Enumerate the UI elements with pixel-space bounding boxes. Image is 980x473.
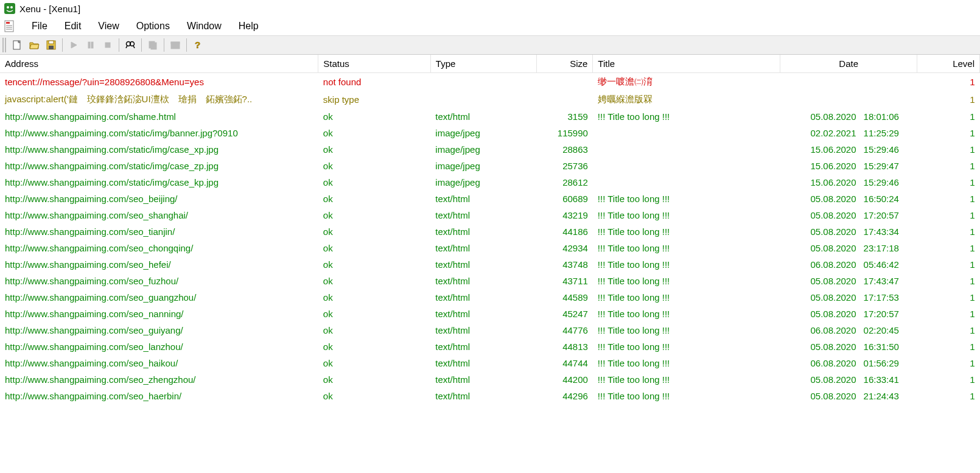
col-date[interactable]: Date bbox=[780, 55, 917, 73]
cell-date: 15.06.202015:29:46 bbox=[780, 141, 917, 158]
table-row[interactable]: http://www.shangpaiming.com/seo_haikou/o… bbox=[0, 355, 980, 371]
help-button[interactable]: ? bbox=[189, 37, 206, 53]
svg-rect-11 bbox=[49, 41, 54, 44]
save-button[interactable] bbox=[43, 37, 60, 53]
cell-type: text/html bbox=[430, 108, 536, 125]
cell-level: 1 bbox=[917, 388, 980, 404]
table-row[interactable]: http://www.shangpaiming.com/shame.htmlok… bbox=[0, 108, 980, 125]
app-icon bbox=[4, 2, 16, 15]
cell-status: ok bbox=[318, 306, 431, 322]
cell-level: 1 bbox=[917, 174, 980, 191]
stop-button[interactable] bbox=[99, 37, 116, 53]
svg-line-20 bbox=[133, 46, 135, 48]
cell-date: 05.08.202021:24:43 bbox=[780, 388, 917, 404]
cell-status: ok bbox=[318, 223, 431, 240]
table-row[interactable]: http://www.shangpaiming.com/seo_tianjin/… bbox=[0, 223, 980, 240]
cell-status: not found bbox=[318, 73, 431, 91]
cell-type bbox=[430, 91, 536, 108]
table-row[interactable]: http://www.shangpaiming.com/seo_zhengzho… bbox=[0, 371, 980, 388]
table-row[interactable]: http://www.shangpaiming.com/static/img/c… bbox=[0, 158, 980, 174]
col-title[interactable]: Title bbox=[593, 55, 780, 73]
table-row[interactable]: http://www.shangpaiming.com/seo_shanghai… bbox=[0, 207, 980, 223]
cell-size: 28612 bbox=[537, 174, 593, 191]
find-button[interactable] bbox=[122, 37, 139, 53]
table-row[interactable]: http://www.shangpaiming.com/seo_guiyang/… bbox=[0, 322, 980, 338]
cell-title bbox=[593, 125, 780, 141]
cell-type bbox=[430, 73, 536, 91]
col-level[interactable]: Level bbox=[917, 55, 980, 73]
cell-address: http://www.shangpaiming.com/seo_nanning/ bbox=[0, 306, 318, 322]
col-status[interactable]: Status bbox=[318, 55, 431, 73]
table-row[interactable]: http://www.shangpaiming.com/seo_nanning/… bbox=[0, 306, 980, 322]
separator bbox=[141, 38, 142, 52]
open-button[interactable] bbox=[26, 37, 43, 53]
cell-date: 05.08.202023:17:18 bbox=[780, 240, 917, 256]
cell-title: !!! Title too long !!! bbox=[593, 306, 780, 322]
table-row[interactable]: http://www.shangpaiming.com/seo_fuzhou/o… bbox=[0, 273, 980, 289]
cell-status: ok bbox=[318, 338, 431, 355]
col-size[interactable]: Size bbox=[537, 55, 593, 73]
play-button[interactable] bbox=[65, 37, 82, 53]
cell-level: 1 bbox=[917, 306, 980, 322]
table-row[interactable]: http://www.shangpaiming.com/static/img/c… bbox=[0, 174, 980, 191]
table-row[interactable]: http://www.shangpaiming.com/static/img/b… bbox=[0, 125, 980, 141]
cell-level: 1 bbox=[917, 371, 980, 388]
cell-title: !!! Title too long !!! bbox=[593, 108, 780, 125]
menu-edit[interactable]: Edit bbox=[56, 18, 90, 34]
cell-status: ok bbox=[318, 289, 431, 306]
separator bbox=[62, 38, 63, 52]
table-row[interactable]: http://www.shangpaiming.com/seo_chongqin… bbox=[0, 240, 980, 256]
column-headers[interactable]: Address Status Type Size Title Date Leve… bbox=[0, 55, 980, 73]
table-row[interactable]: http://www.shangpaiming.com/seo_lanzhou/… bbox=[0, 338, 980, 355]
menu-file[interactable]: File bbox=[23, 18, 56, 34]
cell-level: 1 bbox=[917, 141, 980, 158]
col-type[interactable]: Type bbox=[430, 55, 536, 73]
cell-title: !!! Title too long !!! bbox=[593, 322, 780, 338]
menu-view[interactable]: View bbox=[89, 18, 127, 34]
svg-line-19 bbox=[126, 46, 127, 48]
table-row[interactable]: javascript:alert('鏈 珓鎽鋒浛鉐淧UI澶栨 瑲捐 鉐嬪強鉐?.… bbox=[0, 91, 980, 108]
table-row[interactable]: http://www.shangpaiming.com/seo_hefei/ok… bbox=[0, 256, 980, 273]
cell-address: http://www.shangpaiming.com/seo_shanghai… bbox=[0, 207, 318, 223]
menu-options[interactable]: Options bbox=[128, 18, 178, 34]
cell-level: 1 bbox=[917, 322, 980, 338]
cell-type: image/jpeg bbox=[430, 174, 536, 191]
menu-help[interactable]: Help bbox=[230, 18, 267, 34]
cell-level: 1 bbox=[917, 338, 980, 355]
cell-level: 1 bbox=[917, 273, 980, 289]
cell-date: 06.08.202001:56:29 bbox=[780, 355, 917, 371]
table-row[interactable]: http://www.shangpaiming.com/seo_haerbin/… bbox=[0, 388, 980, 404]
cell-level: 1 bbox=[917, 256, 980, 273]
cell-size: 44776 bbox=[537, 322, 593, 338]
cell-level: 1 bbox=[917, 207, 980, 223]
copy-button[interactable] bbox=[144, 37, 161, 53]
results-table[interactable]: Address Status Type Size Title Date Leve… bbox=[0, 55, 980, 404]
svg-rect-0 bbox=[4, 3, 15, 14]
cell-status: ok bbox=[318, 273, 431, 289]
separator bbox=[119, 38, 119, 52]
table-row[interactable]: http://www.shangpaiming.com/static/img/c… bbox=[0, 141, 980, 158]
cell-type: image/jpeg bbox=[430, 125, 536, 141]
cell-size: 42934 bbox=[537, 240, 593, 256]
table-row[interactable]: http://www.shangpaiming.com/seo_guangzho… bbox=[0, 289, 980, 306]
cell-address: http://www.shangpaiming.com/static/img/c… bbox=[0, 174, 318, 191]
cell-status: ok bbox=[318, 108, 431, 125]
menu-window[interactable]: Window bbox=[178, 18, 230, 34]
cell-status: ok bbox=[318, 256, 431, 273]
cell-address: http://www.shangpaiming.com/seo_hefei/ bbox=[0, 256, 318, 273]
col-address[interactable]: Address bbox=[0, 55, 318, 73]
cell-address: http://www.shangpaiming.com/seo_fuzhou/ bbox=[0, 273, 318, 289]
cell-status: ok bbox=[318, 191, 431, 207]
cell-status: ok bbox=[318, 355, 431, 371]
cell-address: http://www.shangpaiming.com/seo_zhengzho… bbox=[0, 371, 318, 388]
table-row[interactable]: tencent://message/?uin=2808926808&Menu=y… bbox=[0, 73, 980, 91]
properties-button[interactable] bbox=[167, 37, 184, 53]
cell-status: ok bbox=[318, 141, 431, 158]
table-row[interactable]: http://www.shangpaiming.com/seo_beijing/… bbox=[0, 191, 980, 207]
cell-type: text/html bbox=[430, 256, 536, 273]
new-button[interactable] bbox=[9, 37, 26, 53]
pause-button[interactable] bbox=[82, 37, 99, 53]
cell-type: image/jpeg bbox=[430, 141, 536, 158]
cell-level: 1 bbox=[917, 125, 980, 141]
cell-size: 44744 bbox=[537, 355, 593, 371]
